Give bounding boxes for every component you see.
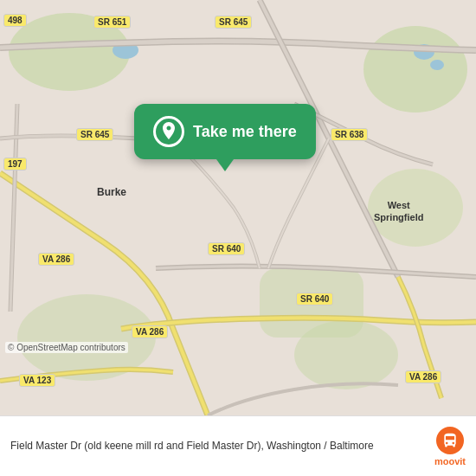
svg-point-2 — [363, 26, 467, 113]
road-label-sr651: SR 651 — [93, 16, 131, 29]
road-label-498: 498 — [3, 14, 27, 27]
map-container: SR 651 SR 645 SR 645 SR 638 SR 640 SR 64… — [0, 0, 476, 415]
road-label-sr645-top: SR 645 — [215, 16, 252, 29]
road-label-va123: VA 123 — [19, 374, 55, 387]
place-label-west-springfield: WestSpringfield — [374, 199, 423, 224]
road-label-sr638: SR 638 — [331, 128, 368, 141]
road-label-197: 197 — [3, 158, 27, 170]
svg-point-9 — [430, 60, 444, 70]
info-bar: Field Master Dr (old keene mill rd and F… — [0, 415, 476, 476]
road-label-sr640-bottom: SR 640 — [296, 293, 333, 306]
popup-bubble[interactable]: Take me there — [134, 104, 316, 159]
location-description: Field Master Dr (old keene mill rd and F… — [10, 439, 426, 453]
moovit-logo: moovit — [434, 427, 466, 466]
road-label-va286-left: VA 286 — [38, 253, 74, 266]
copyright-text: © OpenStreetMap contributors — [5, 342, 128, 353]
moovit-icon — [436, 427, 464, 454]
road-label-sr645-left: SR 645 — [76, 128, 113, 141]
place-label-burke: Burke — [97, 186, 126, 198]
road-label-sr640-top: SR 640 — [208, 242, 245, 255]
road-label-va286-right: VA 286 — [405, 370, 441, 383]
location-popup[interactable]: Take me there — [134, 104, 316, 171]
location-pin-icon — [161, 122, 177, 141]
popup-button-label[interactable]: Take me there — [193, 123, 297, 141]
location-icon-wrap — [153, 116, 184, 147]
moovit-label: moovit — [434, 456, 466, 466]
popup-tail — [216, 159, 234, 171]
road-label-va286-mid: VA 286 — [132, 325, 168, 338]
moovit-bus-icon — [441, 432, 459, 449]
